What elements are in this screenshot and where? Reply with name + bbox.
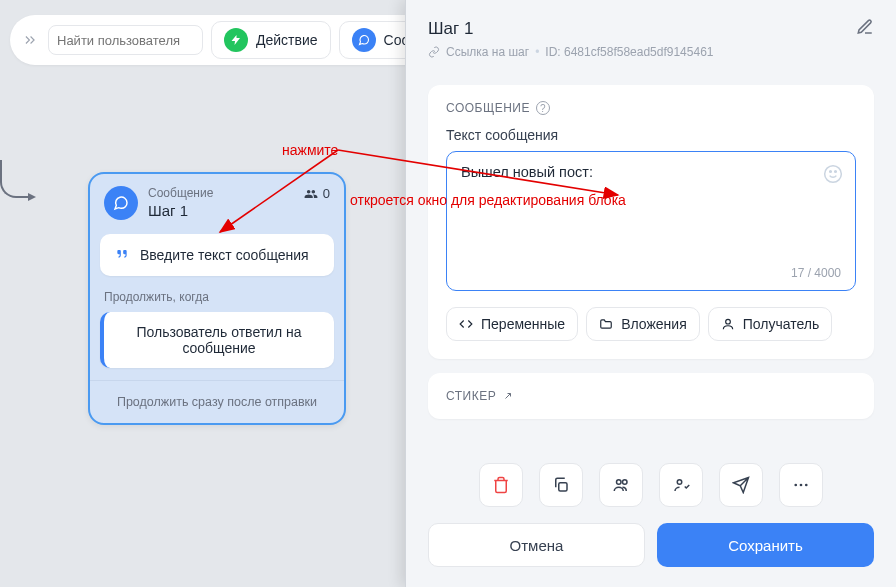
- copy-button[interactable]: [539, 463, 583, 507]
- canvas-toolbar: Действие Сооб: [10, 15, 440, 65]
- svg-point-9: [800, 484, 803, 487]
- chat-icon: [352, 28, 376, 52]
- message-textarea[interactable]: [461, 164, 817, 264]
- search-input-wrap[interactable]: [48, 25, 203, 55]
- message-textarea-wrap[interactable]: 17 / 4000: [446, 151, 856, 291]
- edit-title-button[interactable]: [856, 18, 874, 39]
- svg-point-2: [835, 171, 837, 173]
- svg-point-3: [725, 319, 730, 324]
- node-footer-option[interactable]: Продолжить сразу после отправки: [90, 380, 344, 423]
- action-pill[interactable]: Действие: [211, 21, 331, 59]
- node-message-placeholder: Введите текст сообщения: [140, 247, 309, 263]
- message-section-heading: СООБЩЕНИЕ: [446, 101, 530, 115]
- sticker-section-heading: СТИКЕР: [446, 389, 496, 403]
- node-users-count: 0: [303, 186, 330, 201]
- assign-button[interactable]: [659, 463, 703, 507]
- expand-icon: [502, 390, 514, 402]
- users-icon: [303, 187, 319, 201]
- audience-button[interactable]: [599, 463, 643, 507]
- quote-icon: [114, 246, 130, 264]
- step-id-label: ID: 6481cf58f58ead5df9145461: [545, 45, 713, 59]
- editor-side-panel: Шаг 1 Ссылка на шаг • ID: 6481cf58f58ead…: [405, 0, 896, 587]
- bolt-icon: [224, 28, 248, 52]
- svg-point-6: [623, 480, 628, 485]
- message-node[interactable]: Сообщение Шаг 1 0 Введите текст сообщени…: [88, 172, 346, 425]
- cancel-button[interactable]: Отмена: [428, 523, 645, 567]
- send-test-button[interactable]: [719, 463, 763, 507]
- actions-strip: [406, 447, 896, 523]
- node-header: Сообщение Шаг 1 0: [90, 174, 344, 234]
- emoji-picker-button[interactable]: [823, 164, 843, 187]
- action-pill-label: Действие: [256, 32, 318, 48]
- user-icon: [721, 317, 735, 331]
- delete-button[interactable]: [479, 463, 523, 507]
- node-type-label: Сообщение: [148, 186, 293, 200]
- folder-icon: [599, 317, 613, 331]
- svg-rect-4: [559, 483, 567, 491]
- recipient-chip[interactable]: Получатель: [708, 307, 833, 341]
- search-input[interactable]: [57, 33, 194, 48]
- node-message-input[interactable]: Введите текст сообщения: [100, 234, 334, 276]
- help-icon[interactable]: ?: [536, 101, 550, 115]
- expand-toolbar-button[interactable]: [20, 33, 40, 47]
- canvas-area[interactable]: Действие Сооб Сообщение Шаг 1 0: [0, 0, 405, 587]
- svg-point-0: [825, 166, 842, 183]
- save-button[interactable]: Сохранить: [657, 523, 874, 567]
- text-field-label: Текст сообщения: [446, 127, 856, 143]
- continue-option[interactable]: Пользователь ответил на сообщение: [100, 312, 334, 368]
- svg-point-10: [805, 484, 808, 487]
- svg-point-7: [677, 480, 682, 485]
- svg-point-5: [617, 480, 622, 485]
- attachments-chip[interactable]: Вложения: [586, 307, 700, 341]
- continue-when-label: Продолжить, когда: [100, 276, 334, 312]
- variables-chip[interactable]: Переменные: [446, 307, 578, 341]
- sticker-section[interactable]: СТИКЕР: [428, 373, 874, 419]
- chat-icon: [104, 186, 138, 220]
- svg-point-8: [794, 484, 797, 487]
- step-link-label[interactable]: Ссылка на шаг: [446, 45, 529, 59]
- variables-icon: [459, 317, 473, 331]
- more-button[interactable]: [779, 463, 823, 507]
- char-count: 17 / 4000: [791, 266, 841, 280]
- svg-point-1: [830, 171, 832, 173]
- panel-title: Шаг 1: [428, 19, 473, 39]
- edge-connector: [0, 160, 30, 198]
- node-name: Шаг 1: [148, 202, 293, 219]
- message-section: СООБЩЕНИЕ ? Текст сообщения 17 / 4000 Пе…: [428, 85, 874, 359]
- link-icon: [428, 46, 440, 58]
